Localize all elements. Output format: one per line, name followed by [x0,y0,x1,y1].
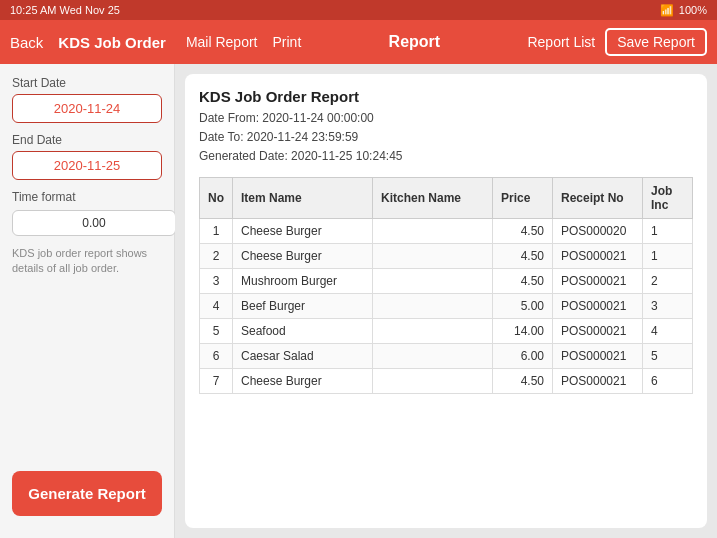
table-row: 6 Caesar Salad 6.00 POS000021 5 [200,343,693,368]
cell-no: 2 [200,243,233,268]
cell-receipt-no: POS000021 [553,268,643,293]
cell-kitchen-name [373,243,493,268]
start-date-group: Start Date [12,76,162,123]
cell-receipt-no: POS000021 [553,368,643,393]
table-row: 7 Cheese Burger 4.50 POS000021 6 [200,368,693,393]
cell-price: 14.00 [493,318,553,343]
cell-price: 4.50 [493,218,553,243]
start-date-input[interactable] [12,94,162,123]
cell-price: 4.50 [493,268,553,293]
cell-no: 5 [200,318,233,343]
header-center-title: Report [301,33,527,51]
report-generated-date: Generated Date: 2020-11-25 10:24:45 [199,147,693,166]
end-date-group: End Date [12,133,162,180]
save-report-button[interactable]: Save Report [605,28,707,56]
header-right: Report List Save Report [527,28,707,56]
end-date-input[interactable] [12,151,162,180]
end-date-label: End Date [12,133,162,147]
table-row: 2 Cheese Burger 4.50 POS000021 1 [200,243,693,268]
cell-kitchen-name [373,318,493,343]
sidebar: Start Date End Date Time format KDS job … [0,64,175,538]
cell-kitchen-name [373,343,493,368]
time-format-label: Time format [12,190,162,204]
cell-kitchen-name [373,293,493,318]
table-row: 1 Cheese Burger 4.50 POS000020 1 [200,218,693,243]
cell-item-name: Caesar Salad [233,343,373,368]
cell-receipt-no: POS000020 [553,218,643,243]
cell-item-name: Cheese Burger [233,243,373,268]
cell-price: 5.00 [493,293,553,318]
cell-receipt-no: POS000021 [553,243,643,268]
table-header-row: No Item Name Kitchen Name Price Receipt … [200,177,693,218]
cell-job-inc: 3 [643,293,693,318]
report-list-button[interactable]: Report List [527,34,595,50]
cell-item-name: Cheese Burger [233,218,373,243]
cell-no: 1 [200,218,233,243]
col-header-kitchen-name: Kitchen Name [373,177,493,218]
col-header-price: Price [493,177,553,218]
mail-report-button[interactable]: Mail Report [186,34,258,50]
cell-job-inc: 1 [643,243,693,268]
col-header-no: No [200,177,233,218]
header-title: KDS Job Order [53,34,166,51]
cell-item-name: Cheese Burger [233,368,373,393]
back-button[interactable]: Back [10,34,53,51]
report-table: No Item Name Kitchen Name Price Receipt … [199,177,693,394]
status-time: 10:25 AM Wed Nov 25 [10,4,120,16]
cell-item-name: Mushroom Burger [233,268,373,293]
cell-price: 4.50 [493,243,553,268]
cell-job-inc: 2 [643,268,693,293]
cell-item-name: Seafood [233,318,373,343]
cell-kitchen-name [373,268,493,293]
battery-indicator: 100% [679,4,707,16]
cell-job-inc: 4 [643,318,693,343]
sidebar-description: KDS job order report shows details of al… [12,246,162,277]
report-meta: Date From: 2020-11-24 00:00:00 Date To: … [199,109,693,167]
report-date-from: Date From: 2020-11-24 00:00:00 [199,109,693,128]
cell-no: 7 [200,368,233,393]
table-row: 3 Mushroom Burger 4.50 POS000021 2 [200,268,693,293]
cell-job-inc: 5 [643,343,693,368]
time-from-input[interactable] [12,210,176,236]
generate-report-button[interactable]: Generate Report [12,471,162,516]
cell-job-inc: 6 [643,368,693,393]
report-date-to: Date To: 2020-11-24 23:59:59 [199,128,693,147]
cell-price: 6.00 [493,343,553,368]
header: Back KDS Job Order Mail Report Print Rep… [0,20,717,64]
time-format-group: Time format [12,190,162,236]
report-card: KDS Job Order Report Date From: 2020-11-… [185,74,707,528]
col-header-receipt-no: Receipt No [553,177,643,218]
cell-no: 3 [200,268,233,293]
main-layout: Start Date End Date Time format KDS job … [0,64,717,538]
cell-receipt-no: POS000021 [553,293,643,318]
cell-no: 6 [200,343,233,368]
cell-receipt-no: POS000021 [553,343,643,368]
content-area: KDS Job Order Report Date From: 2020-11-… [175,64,717,538]
report-title: KDS Job Order Report [199,88,693,105]
header-nav: Mail Report Print [186,34,301,50]
print-button[interactable]: Print [272,34,301,50]
cell-job-inc: 1 [643,218,693,243]
cell-kitchen-name [373,218,493,243]
cell-receipt-no: POS000021 [553,318,643,343]
col-header-item-name: Item Name [233,177,373,218]
cell-no: 4 [200,293,233,318]
wifi-icon: 📶 [660,4,674,17]
start-date-label: Start Date [12,76,162,90]
col-header-job-inc: Job Inc [643,177,693,218]
time-format-row [12,210,162,236]
table-row: 4 Beef Burger 5.00 POS000021 3 [200,293,693,318]
table-row: 5 Seafood 14.00 POS000021 4 [200,318,693,343]
cell-item-name: Beef Burger [233,293,373,318]
cell-price: 4.50 [493,368,553,393]
status-bar: 10:25 AM Wed Nov 25 📶 100% [0,0,717,20]
cell-kitchen-name [373,368,493,393]
